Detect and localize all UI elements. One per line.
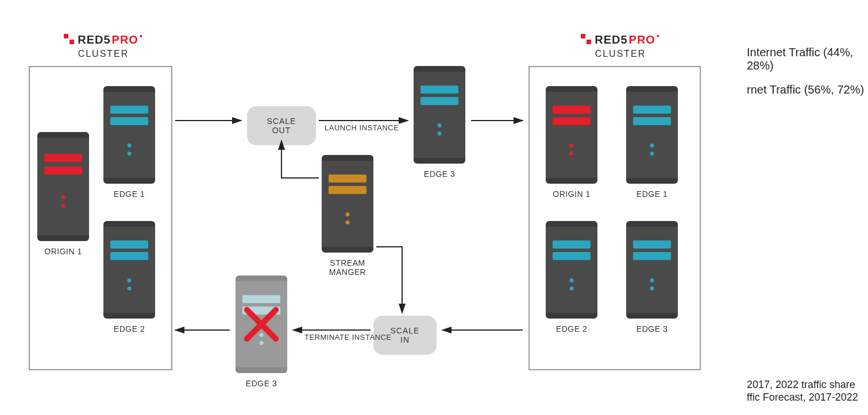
brand-right: RED5PRO• CLUSTER bbox=[563, 32, 678, 59]
server-edge3-top: EDGE 3 bbox=[414, 66, 465, 179]
server-origin1-right: ORIGIN 1 bbox=[546, 86, 597, 199]
server-edge3-terminated: EDGE 3 bbox=[236, 276, 287, 388]
server-edge3-right: EDGE 3 bbox=[626, 221, 678, 333]
brand-icon bbox=[581, 34, 591, 44]
server-edge1-left: EDGE 1 bbox=[103, 86, 155, 199]
server-edge2-left: EDGE 2 bbox=[103, 221, 155, 333]
x-icon bbox=[236, 281, 287, 367]
server-stream-manager: STREAM MANGER bbox=[322, 155, 373, 277]
server-edge2-right: EDGE 2 bbox=[546, 221, 597, 333]
footer-line1: 2017, 2022 traffic share bbox=[747, 379, 855, 391]
label-terminate-instance: TERMINATE INSTANCE bbox=[304, 333, 392, 342]
server-edge1-right: EDGE 1 bbox=[626, 86, 678, 199]
footer-line2: ffic Forecast, 2017-2022 bbox=[747, 391, 858, 404]
brand-left: RED5PRO• CLUSTER bbox=[46, 32, 161, 59]
label-launch-instance: LAUNCH INSTANCE bbox=[325, 123, 399, 132]
diagram-stage: RED5PRO• CLUSTER RED5PRO• CLUSTER ORIGIN… bbox=[0, 0, 868, 415]
scale-out-pill: SCALE OUT bbox=[247, 106, 316, 145]
server-origin1-left: ORIGIN 1 bbox=[37, 132, 89, 256]
brand-icon bbox=[64, 34, 74, 44]
side-traffic-line1: Internet Traffic (44%, 28%) bbox=[747, 46, 868, 72]
side-traffic-line2: rnet Traffic (56%, 72%) bbox=[747, 83, 864, 96]
